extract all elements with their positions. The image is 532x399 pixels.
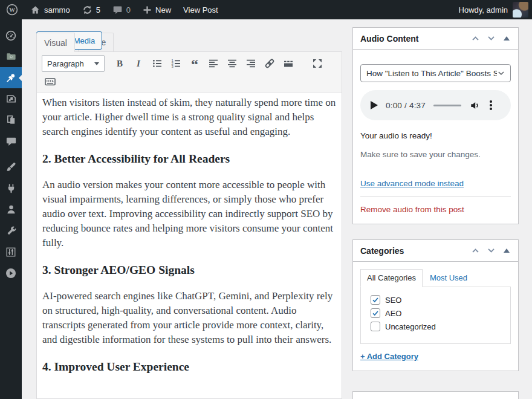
sidebar-item-tools[interactable] — [0, 220, 22, 241]
audio-content-header[interactable]: Audio Content — [353, 28, 518, 50]
check-icon — [372, 310, 379, 317]
link-icon — [264, 57, 276, 70]
sidebar-item-plugin-play[interactable] — [0, 262, 22, 284]
blockquote-button[interactable]: “ — [186, 56, 203, 71]
align-left-button[interactable] — [205, 56, 222, 71]
sidebar-item-settings[interactable] — [0, 241, 22, 262]
audio-menu-button[interactable] — [488, 99, 493, 111]
align-right-button[interactable] — [242, 56, 259, 71]
updates-menu[interactable]: 5 — [76, 0, 106, 19]
category-label: Uncategorized — [385, 322, 436, 331]
volume-icon[interactable] — [469, 100, 481, 111]
sidebar-item-comments[interactable] — [0, 131, 22, 152]
tab-visual[interactable]: Visual — [36, 33, 75, 52]
media-icon — [5, 93, 17, 105]
category-label: AEO — [385, 309, 401, 318]
categories-header[interactable]: Categories — [353, 240, 518, 262]
toggle-panel-button[interactable] — [500, 32, 513, 45]
move-down-button[interactable] — [484, 32, 498, 45]
tab-all-categories[interactable]: All Categories — [360, 269, 423, 287]
tab-most-used[interactable]: Most Used — [423, 270, 475, 287]
blockquote-icon: “ — [189, 57, 201, 70]
svg-text:3: 3 — [172, 65, 174, 68]
svg-text:W: W — [9, 7, 15, 13]
metabox-controls — [469, 32, 513, 45]
article-paragraph: An audio version makes your content more… — [42, 178, 336, 250]
toggle-panel-button[interactable] — [500, 244, 513, 258]
move-down-button[interactable] — [484, 244, 498, 258]
update-count: 5 — [96, 5, 100, 15]
sidebar-item-dashboard[interactable] — [0, 25, 22, 46]
audio-seek-bar[interactable] — [433, 105, 461, 106]
site-name-menu[interactable]: sammo — [24, 0, 76, 19]
view-post-link[interactable]: View Post — [177, 0, 224, 19]
categories-body: All Categories Most Used SEO AEO Uncateg… — [353, 262, 518, 371]
sidebar-item-media[interactable] — [0, 88, 22, 109]
sidebar-item-pages[interactable] — [0, 109, 22, 131]
checkbox[interactable] — [371, 308, 380, 318]
folder-media-icon — [5, 51, 17, 62]
article-heading: 4. Improved User Experience — [42, 359, 336, 375]
article-paragraph: When visitors listen instead of skim, th… — [42, 96, 336, 139]
editor-box: Paragraph B I 123 “ — [36, 51, 342, 399]
divider — [360, 196, 511, 197]
new-content-menu[interactable]: New — [137, 0, 177, 19]
move-down-button[interactable] — [484, 396, 498, 399]
sidebar-item-plugin-folder[interactable] — [0, 46, 22, 67]
bulleted-list-icon — [151, 57, 163, 70]
bulleted-list-button[interactable] — [149, 56, 166, 71]
advanced-mode-link[interactable]: Use advanced mode instead — [360, 179, 464, 188]
align-center-button[interactable] — [224, 56, 241, 71]
category-label: SEO — [385, 296, 401, 305]
keyboard-shortcuts-button[interactable] — [42, 74, 59, 89]
play-button[interactable] — [371, 101, 378, 109]
sidebar-item-appearance[interactable] — [0, 157, 22, 178]
link-button[interactable] — [261, 56, 278, 71]
metabox-title: Categories — [360, 246, 404, 256]
admin-bar-right: Howdy, admin — [459, 0, 532, 19]
fullscreen-button[interactable] — [309, 56, 326, 71]
toggle-panel-button[interactable] — [500, 396, 513, 399]
bold-icon: B — [114, 57, 126, 70]
move-up-button[interactable] — [469, 244, 482, 258]
read-more-icon — [282, 57, 294, 70]
checkbox[interactable] — [371, 295, 380, 305]
site-name: sammo — [44, 5, 70, 15]
checkbox[interactable] — [371, 322, 380, 331]
italic-button[interactable]: I — [130, 56, 147, 71]
category-checklist: SEO AEO Uncategorized — [360, 287, 511, 344]
align-right-icon — [245, 57, 257, 70]
svg-text:I: I — [136, 59, 141, 68]
sidebar-item-users[interactable] — [0, 199, 22, 220]
howdy-menu[interactable]: Howdy, admin — [459, 5, 508, 15]
sidebar-item-posts[interactable] — [0, 67, 22, 88]
add-category-link[interactable]: + Add Category — [360, 352, 418, 361]
category-item[interactable]: SEO — [366, 293, 505, 307]
new-label: New — [155, 5, 171, 15]
avatar[interactable] — [513, 2, 528, 18]
paintbrush-icon — [5, 161, 17, 173]
dashboard-icon — [5, 30, 17, 42]
toolbar-row-1: Paragraph B I 123 “ — [42, 55, 337, 72]
format-dropdown[interactable]: Paragraph — [42, 55, 105, 72]
pages-icon — [5, 114, 17, 126]
comment-count: 0 — [126, 5, 131, 15]
editor-content-area[interactable]: When visitors listen instead of skim, th… — [37, 92, 342, 389]
remove-audio-link[interactable]: Remove audio from this post — [360, 205, 464, 214]
category-item[interactable]: Uncategorized — [366, 320, 505, 333]
move-up-button[interactable] — [469, 396, 482, 399]
audio-save-hint: Make sure to save your changes. — [360, 150, 511, 159]
audio-post-select[interactable]: How "Listen to This Article" Boosts S — [360, 64, 511, 82]
bold-button[interactable]: B — [111, 56, 128, 71]
category-item[interactable]: AEO — [366, 307, 505, 320]
numbered-list-button[interactable]: 123 — [167, 56, 184, 71]
move-up-button[interactable] — [469, 32, 482, 45]
metabox-title: Audio Content — [360, 34, 418, 44]
wp-logo-menu[interactable]: W — [0, 0, 24, 19]
format-dropdown-value: Paragraph — [47, 59, 84, 68]
tags-header[interactable]: Tags — [353, 392, 518, 399]
postbox-column: Audio Content How "Listen to This Articl… — [352, 27, 519, 399]
sidebar-item-plugins[interactable] — [0, 178, 22, 199]
read-more-button[interactable] — [280, 56, 297, 71]
comments-menu[interactable]: 0 — [106, 0, 137, 19]
